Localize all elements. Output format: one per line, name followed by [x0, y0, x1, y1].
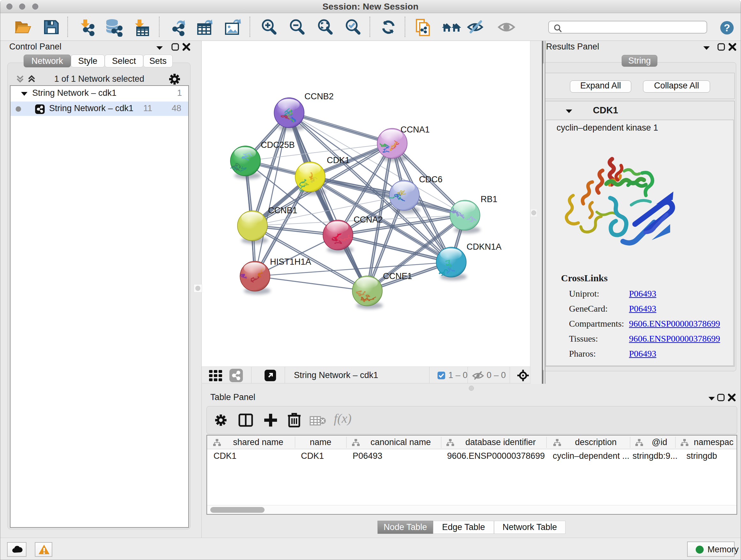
- svg-text:RB1: RB1: [481, 194, 497, 204]
- svg-text:CDK1: CDK1: [327, 155, 350, 165]
- svg-text:?: ?: [724, 22, 730, 34]
- svg-text:CDC25B: CDC25B: [261, 140, 295, 150]
- svg-text:CCNB1: CCNB1: [268, 206, 297, 215]
- svg-text:CCNA1: CCNA1: [401, 125, 430, 134]
- svg-text:HIST1H1A: HIST1H1A: [270, 257, 311, 266]
- svg-text:CCNE1: CCNE1: [383, 271, 412, 281]
- svg-text:CCNA2: CCNA2: [354, 215, 383, 225]
- svg-text:CCNB2: CCNB2: [305, 91, 334, 101]
- svg-text:CDKN1A: CDKN1A: [467, 242, 502, 252]
- svg-text:CDC6: CDC6: [419, 175, 443, 184]
